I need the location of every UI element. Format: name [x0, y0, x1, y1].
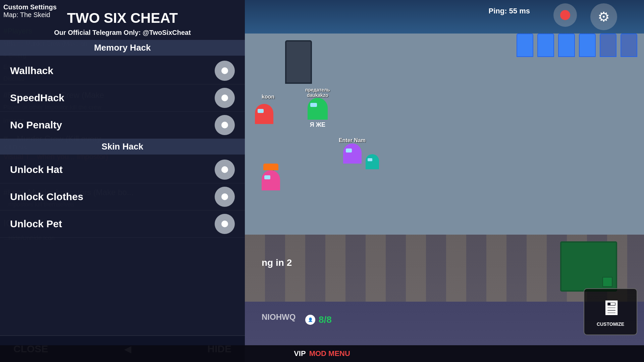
player-green: предатель daukakzo Я ЖЕ [305, 87, 330, 128]
speedhack-toggle-inner [221, 95, 228, 101]
unlock-hat-toggle-inner [221, 166, 228, 173]
unlock-pet-toggle-inner [221, 221, 228, 227]
mod-menu-label: MOD MENU [309, 349, 350, 358]
player-pink-hat [263, 164, 278, 170]
unlock-pet-label: Unlock Pet [10, 218, 62, 230]
player-count-icon: 👤 [305, 315, 315, 325]
memory-hack-header: Memory Hack [0, 40, 245, 56]
player-pink: dhjf [262, 164, 280, 190]
player-teal-visor [368, 158, 372, 161]
customize-icon: 🖥 [600, 297, 621, 320]
chair-3 [558, 34, 575, 57]
green-box [560, 241, 617, 292]
custom-settings-label: Custom Settings [3, 3, 57, 11]
chair-1 [517, 34, 533, 57]
cheat-subtitle: Our Official Telegram Only: @TwoSixCheat [0, 29, 245, 37]
unlock-hat-toggle[interactable] [215, 160, 235, 180]
vip-bar: VIP MOD MENU [0, 345, 644, 362]
record-dot [560, 10, 570, 20]
unlock-clothes-toggle[interactable] [215, 187, 235, 207]
record-icon-outer [553, 3, 577, 27]
unlock-pet-item: Unlock Pet [0, 210, 245, 238]
ping-display: Ping: 55 ms [489, 7, 530, 15]
customize-label: CUSTOMIZE [597, 321, 624, 327]
nopenalty-toggle-inner [221, 122, 228, 128]
door [285, 40, 312, 84]
player-purple-body [343, 143, 362, 164]
unlock-clothes-item: Unlock Clothes [0, 183, 245, 210]
unlock-pet-toggle[interactable] [215, 214, 235, 234]
player-green-body [308, 98, 328, 120]
wallhack-toggle[interactable] [215, 61, 235, 81]
custom-settings-info: Custom Settings Map: The Skeid [3, 3, 57, 19]
player-koon-label: koon [262, 94, 274, 100]
player-red-body [255, 104, 273, 124]
player-count-area: 👤 8/8 [305, 314, 332, 325]
chair-4 [579, 34, 596, 57]
game-text-ing: ng in 2 [262, 257, 292, 268]
nopenalty-toggle[interactable] [215, 115, 235, 135]
nopenalty-label: No Penalty [10, 119, 62, 131]
map-name-display: NIOHWQ [262, 312, 296, 322]
settings-button[interactable]: ⚙ [590, 3, 617, 30]
record-button-area[interactable] [553, 3, 577, 27]
cheat-menu-panel: TWO SIX CHEAT Our Official Telegram Only… [0, 0, 245, 362]
chair-5 [600, 34, 616, 57]
speedhack-toggle[interactable] [215, 88, 235, 108]
player-purple-name: Enter Nam [339, 137, 366, 143]
unlock-hat-label: Unlock Hat [10, 164, 63, 175]
chairs-row [517, 34, 637, 57]
map-label: Map: The Skeid [3, 11, 57, 19]
player-red-visor [258, 109, 264, 113]
player-pink-body [262, 170, 280, 190]
speedhack-label: SpeedHack [10, 92, 64, 104]
player-pink-visor [264, 175, 270, 179]
player-purple: Enter Nam [339, 137, 366, 164]
player-green-name2: daukakzo [307, 93, 328, 98]
player-purple-visor [346, 148, 352, 153]
player-green-name1: предатель [305, 87, 330, 93]
gear-icon: ⚙ [598, 9, 610, 24]
skin-hack-header: Skin Hack [0, 139, 245, 155]
customize-button[interactable]: 🖥 CUSTOMIZE [584, 288, 637, 335]
player-teal-body [366, 154, 379, 169]
unlock-hat-item: Unlock Hat [0, 156, 245, 183]
player-green-tag: Я ЖЕ [310, 121, 325, 128]
chair-2 [537, 34, 554, 57]
wallhack-toggle-inner [221, 67, 228, 74]
wallhack-label: Wallhack [10, 65, 53, 76]
nopenalty-item: No Penalty [0, 112, 245, 139]
chair-6 [621, 34, 637, 57]
player-red [255, 104, 273, 124]
green-box-detail [602, 277, 612, 287]
player-teal [366, 154, 379, 169]
speedhack-item: SpeedHack [0, 84, 245, 112]
player-count-display: 8/8 [319, 314, 332, 325]
vip-label: VIP [294, 349, 306, 358]
player-green-visor [310, 103, 317, 107]
spaceship-top [245, 0, 644, 34]
wallhack-item: Wallhack [0, 57, 245, 84]
unlock-clothes-toggle-inner [221, 193, 228, 200]
unlock-clothes-label: Unlock Clothes [10, 191, 83, 202]
